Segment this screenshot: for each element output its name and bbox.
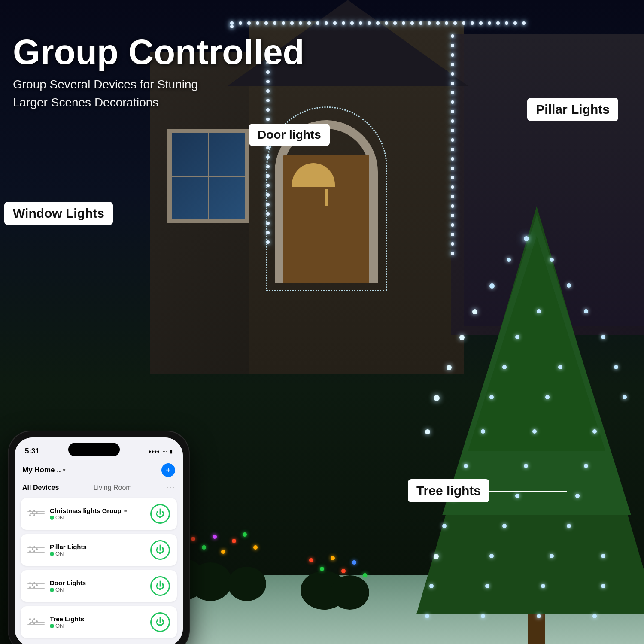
device-card-tree[interactable]: Tree Lights ON ⏻ — [21, 606, 177, 638]
door-body — [283, 155, 369, 283]
device-card-pillar[interactable]: Pillar Lights ON ⏻ — [21, 534, 177, 566]
device-text-pillar: Pillar Lights ON — [50, 543, 87, 557]
window-lights-label: Window Lights — [4, 202, 113, 225]
header-section: Group Controlled Group Several Devices f… — [13, 34, 304, 112]
pillar-label-connector — [464, 109, 498, 109]
tabs-row: All Devices Living Room ··· — [15, 481, 183, 495]
device-info-pillar: Pillar Lights ON — [27, 543, 87, 557]
battery-icon: ▮ — [170, 449, 173, 454]
status-indicator — [50, 624, 54, 628]
device-name-tree: Tree Lights — [50, 615, 84, 623]
device-text-door: Door Lights ON — [50, 579, 86, 593]
device-info-door: Door Lights ON — [27, 579, 86, 593]
subtitle: Group Several Devices for Stuning Larger… — [13, 76, 304, 112]
phone-screen: 5:31 ●●●● ⋅⋅⋅ ▮ My Home .. ▾ + — [15, 437, 183, 644]
device-status-pillar: ON — [50, 550, 87, 557]
device-text-tree: Tree Lights ON — [50, 615, 84, 629]
power-icon: ⏻ — [155, 617, 165, 628]
group-icon: ≡ — [124, 507, 128, 514]
add-button[interactable]: + — [161, 463, 175, 477]
lights-icon-tree — [27, 620, 45, 625]
device-list: Christmas lights Group ≡ ON ⏻ — [15, 495, 183, 644]
device-status-door: ON — [50, 586, 86, 593]
pillar-lights-label: Pillar Lights — [527, 98, 618, 121]
status-indicator — [50, 588, 54, 592]
device-name-christmas: Christmas lights Group ≡ — [50, 507, 127, 514]
power-icon: ⏻ — [155, 580, 165, 592]
bush-area-center — [301, 550, 386, 610]
device-info-christmas: Christmas lights Group ≡ ON — [27, 507, 127, 521]
main-title: Group Controlled — [13, 34, 304, 70]
device-name-door: Door Lights — [50, 579, 86, 586]
power-button-pillar[interactable]: ⏻ — [150, 540, 170, 560]
home-title-text: My Home .. — [22, 466, 61, 474]
status-indicator — [50, 516, 54, 520]
door-lights-label: Door lights — [249, 124, 330, 146]
power-button-christmas[interactable]: ⏻ — [150, 504, 170, 524]
status-time: 5:31 — [25, 447, 39, 456]
christmas-tree — [404, 193, 644, 644]
device-card-christmas-lights[interactable]: Christmas lights Group ≡ ON ⏻ — [21, 498, 177, 530]
eave-lights-top — [228, 21, 528, 28]
app-header: My Home .. ▾ + — [15, 462, 183, 481]
device-card-door[interactable]: Door Lights ON ⏻ — [21, 570, 177, 602]
background-scene: Group Controlled Group Several Devices f… — [0, 0, 644, 644]
more-options-button[interactable]: ··· — [166, 483, 175, 492]
lights-icon-christmas — [27, 511, 45, 516]
device-text-christmas: Christmas lights Group ≡ ON — [50, 507, 127, 521]
tab-all-devices[interactable]: All Devices — [22, 484, 59, 492]
dynamic-island — [68, 443, 120, 456]
power-button-tree[interactable]: ⏻ — [150, 612, 170, 632]
left-window — [167, 129, 249, 223]
signal-icon: ●●●● — [148, 449, 160, 454]
tree-lights-label: Tree lights — [408, 479, 489, 502]
home-title-row[interactable]: My Home .. ▾ — [22, 466, 65, 474]
device-status-christmas: ON — [50, 514, 127, 521]
chevron-down-icon: ▾ — [63, 467, 65, 473]
lights-icon-door — [27, 583, 45, 589]
device-status-tree: ON — [50, 623, 84, 629]
phone-mockup: 5:31 ●●●● ⋅⋅⋅ ▮ My Home .. ▾ + — [9, 431, 189, 644]
wifi-icon: ⋅⋅⋅ — [162, 448, 167, 455]
device-info-tree: Tree Lights ON — [27, 615, 84, 629]
device-name-pillar: Pillar Lights — [50, 543, 87, 550]
power-icon: ⏻ — [155, 508, 165, 519]
status-bar: 5:31 ●●●● ⋅⋅⋅ ▮ — [15, 437, 183, 462]
status-icons: ●●●● ⋅⋅⋅ ▮ — [148, 448, 173, 455]
tab-living-room[interactable]: Living Room — [94, 484, 132, 492]
phone-body: 5:31 ●●●● ⋅⋅⋅ ▮ My Home .. ▾ + — [9, 431, 189, 644]
power-button-door[interactable]: ⏻ — [150, 576, 170, 596]
status-indicator — [50, 552, 54, 556]
power-icon: ⏻ — [155, 544, 165, 556]
lights-icon-pillar — [27, 547, 45, 553]
